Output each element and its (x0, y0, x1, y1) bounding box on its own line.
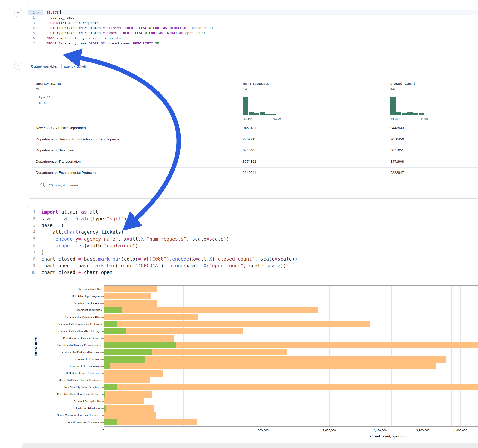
histogram-bar (271, 114, 277, 115)
sql-editor[interactable]: 1SELECT2 agency_name,3 COUNT(*) AS num_r… (27, 9, 478, 60)
code-token: properties (56, 243, 84, 249)
table-row[interactable]: New York City Police Department945313194… (32, 123, 478, 134)
code-token: (color (121, 256, 138, 262)
code-token: = (58, 216, 61, 221)
cell-closed-count: 3677651 (390, 148, 404, 152)
code-token: ORDER (88, 42, 99, 45)
code-token: ( (206, 263, 209, 268)
code-token: AS (69, 21, 72, 25)
code-line[interactable]: SELECT (27, 10, 478, 15)
code-token: (agency_tickets) (78, 229, 124, 235)
code-token: ). (166, 256, 172, 262)
code-token: X (204, 263, 206, 268)
histogram-max-label: 9.4e6 (415, 117, 428, 120)
histogram-bar (243, 98, 248, 115)
code-line[interactable]: ) (27, 249, 478, 256)
code-token: Scale (75, 216, 90, 221)
code-token: (width (84, 243, 101, 249)
python-editor[interactable]: 1import altair as alt2scale = alt.Scale(… (27, 205, 478, 285)
code-token: FROM (46, 36, 54, 40)
code-token: AS (163, 26, 167, 30)
cell-closed-count: 2222847 (390, 171, 404, 174)
code-token: scale)) (266, 263, 286, 268)
add-cell-button-top[interactable]: + (14, 9, 22, 17)
code-line[interactable]: alt.Chart(agency_tickets) (27, 229, 478, 236)
code-token: CAST (50, 26, 58, 30)
code-token: ). (161, 263, 166, 268)
code-token: X (141, 236, 144, 242)
cell-num-requests: 3749485 (243, 148, 256, 152)
code-token: ( (58, 223, 64, 228)
result-table: agency_namestrunique: 20nulls: 0num_requ… (32, 77, 478, 195)
code-token: ELSE (135, 31, 143, 35)
code-line[interactable]: .properties(width="container") (27, 243, 478, 249)
code-token: BY (101, 42, 105, 45)
code-line[interactable]: import altair as alt (27, 209, 478, 216)
column-header-num_requests[interactable]: num_requests (243, 81, 269, 86)
code-token (46, 26, 50, 30)
table-row[interactable]: Department of Housing Preservation and D… (32, 134, 478, 145)
code-token: mark_bar (98, 256, 121, 262)
code-line[interactable]: CAST(SUM(CASE WHEN status = 'Closed' THE… (27, 25, 478, 31)
code-token: "closed_count" (215, 256, 255, 262)
code-line[interactable]: COUNT(*) AS num_requests, (27, 20, 478, 25)
table-row[interactable]: Department of Environmental Protection22… (32, 167, 478, 179)
code-token: THEN (125, 26, 133, 30)
table-row-count: 20 rows, 4 columns (49, 183, 79, 187)
python-cell: 1import altair as alt2scale = alt.Scale(… (27, 205, 478, 442)
column-header-agency_name[interactable]: agency_name (36, 81, 61, 86)
code-token (163, 31, 165, 35)
code-line[interactable]: chart_closed = base.mark_bar(color="#FFC… (27, 256, 478, 262)
code-line[interactable]: GROUP BY agency_name ORDER BY closed_cou… (27, 41, 478, 46)
code-token: 20 (155, 42, 159, 45)
output-variable-label: Output variable: (31, 64, 57, 68)
table-row[interactable]: Department of Sanitation37494853677651 (32, 145, 478, 156)
code-line[interactable]: chart_closed + chart_open (27, 269, 478, 276)
code-token: AS (159, 31, 163, 35)
search-icon[interactable] (40, 182, 45, 188)
code-line[interactable]: agency_name, (27, 15, 478, 20)
code-token (133, 31, 135, 35)
code-token: = (78, 236, 81, 242)
cell-agency-name: New York City Police Department (36, 126, 87, 130)
code-token: 0 (145, 31, 147, 35)
code-line[interactable]: CAST(SUM(CASE WHEN status = 'Open' THEN … (27, 31, 478, 36)
code-token: ) (175, 31, 179, 35)
column-stat: unique: 20 (36, 96, 50, 99)
code-token: chart_closed (41, 256, 78, 262)
cell-agency-name: Department of Sanitation (36, 148, 74, 152)
code-token: INT64 (165, 31, 175, 35)
code-line[interactable]: scale = alt.Scale(type="sqrt") (27, 216, 478, 222)
cell-num-requests: 2240041 (243, 171, 256, 174)
code-token: (SUM( (58, 31, 69, 35)
table-row[interactable]: Department of Transportation377489234719… (32, 156, 478, 168)
code-token: (type (90, 216, 104, 221)
histogram-bar (413, 113, 418, 115)
code-token: , scale (243, 263, 263, 268)
code-line[interactable]: base = ( (27, 222, 478, 229)
code-line[interactable]: .encode(y="agency_name", x=alt.X("num_re… (27, 236, 478, 243)
code-token: , scale (187, 236, 206, 242)
gutter-divider (38, 207, 38, 283)
code-token: = (104, 216, 107, 221)
code-line[interactable]: chart_open = base.mark_bar(color="#8BC34… (27, 262, 478, 269)
code-token: ) (65, 21, 69, 25)
sql-cell: 1SELECT2 agency_name,3 COUNT(*) AS num_r… (27, 8, 478, 199)
code-token: AS (183, 26, 187, 30)
code-token: INT64 (169, 26, 179, 30)
column-header-closed_count[interactable]: closed_count (390, 81, 415, 86)
code-line[interactable]: FROM sample_data.nyc.service_requests (27, 36, 478, 41)
code-token: = (103, 26, 105, 30)
code-token: = (195, 256, 198, 262)
code-token: . (41, 243, 56, 249)
bar-chart (27, 285, 478, 442)
code-token: agency_name, (46, 16, 75, 19)
code-token: encode (166, 263, 183, 268)
code-token: DESC (133, 42, 141, 45)
code-token: alt. (198, 256, 209, 262)
code-token: ( (144, 236, 146, 242)
code-token: = (132, 263, 135, 268)
add-cell-button-output[interactable]: + (14, 62, 22, 70)
cell-agency-name: Department of Transportation (36, 160, 81, 163)
output-variable-pill[interactable]: agency_tickets (61, 63, 90, 70)
